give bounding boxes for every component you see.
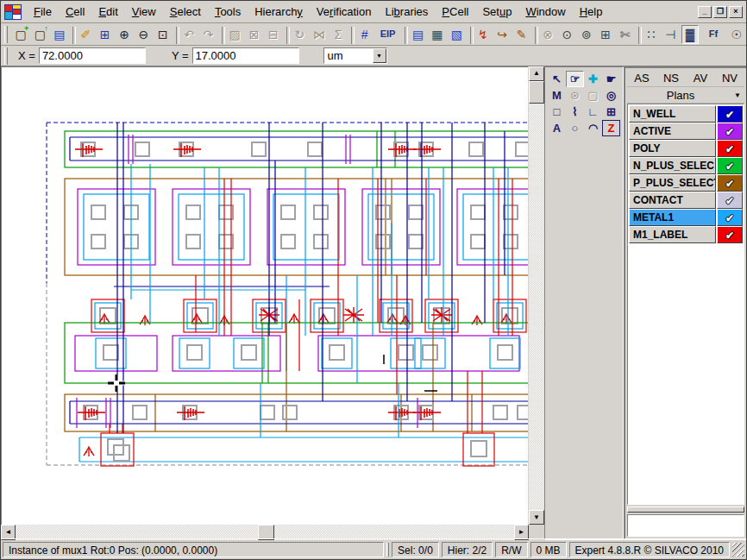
menu-tools[interactable]: Tools bbox=[208, 3, 248, 21]
layer-row-metal1[interactable]: METAL1 ✔ bbox=[629, 209, 743, 226]
fill-pattern-button[interactable]: ▨ bbox=[226, 25, 243, 44]
menu-pcell[interactable]: PCell bbox=[435, 3, 475, 21]
report-button[interactable]: ▤ bbox=[409, 25, 426, 44]
layer-col-av[interactable]: AV bbox=[686, 72, 715, 85]
new-cell-button[interactable]: ▢ + bbox=[12, 25, 29, 44]
menu-edit[interactable]: Edit bbox=[91, 3, 124, 21]
layer-visibility-swatch[interactable]: ✔ bbox=[717, 209, 743, 226]
layer-row-contact[interactable]: CONTACT ✔ bbox=[629, 192, 743, 209]
layout-canvas[interactable] bbox=[1, 66, 528, 525]
draw-edit-button[interactable]: ✎ bbox=[512, 25, 530, 44]
menu-select[interactable]: Select bbox=[163, 3, 208, 21]
rotate-button[interactable]: ↻ bbox=[291, 25, 308, 44]
print-button[interactable]: ▦ bbox=[429, 25, 446, 44]
scroll-down-button[interactable]: ▼ bbox=[529, 510, 544, 525]
layer-row-n-plus-select[interactable]: N_PLUS_SELEC ✔ bbox=[629, 157, 743, 174]
vertical-scrollbar[interactable]: ▲ ▼ bbox=[529, 66, 544, 525]
menu-hierarchy[interactable]: Hierarchy bbox=[248, 3, 310, 21]
menu-setup[interactable]: Setup bbox=[475, 3, 518, 21]
layer-visibility-swatch[interactable]: ✔ bbox=[717, 105, 743, 123]
x-coordinate-input[interactable]: 72.0000 bbox=[39, 47, 146, 64]
scroll-up-button[interactable]: ▲ bbox=[529, 66, 544, 81]
font-button[interactable]: Ff bbox=[700, 25, 726, 44]
layer-col-ns[interactable]: NS bbox=[656, 72, 686, 85]
circle-tool[interactable]: ○ bbox=[566, 120, 584, 136]
group-tool[interactable]: ⊛ bbox=[566, 87, 584, 104]
layer-visibility-swatch[interactable]: ✔ bbox=[717, 192, 743, 209]
route-button[interactable]: ↪ bbox=[493, 25, 511, 44]
select-net-tool[interactable]: ☛ bbox=[602, 71, 620, 87]
region-tool[interactable]: ▢ bbox=[584, 87, 602, 104]
cell-instance-tool[interactable]: ⊞ bbox=[602, 104, 620, 120]
layer-visibility-swatch[interactable]: ✔ bbox=[717, 157, 743, 174]
rectangle-tool[interactable]: □ bbox=[548, 104, 566, 120]
plans-dropdown[interactable]: Plans ▼ bbox=[627, 87, 744, 104]
wire-tool[interactable]: ⌇ bbox=[566, 104, 584, 120]
layer-row-active[interactable]: ACTIVE ✔ bbox=[629, 123, 743, 140]
grid-button[interactable]: # bbox=[355, 25, 373, 44]
zoom-area-button[interactable]: ⊡ bbox=[154, 25, 172, 44]
marker-tool[interactable]: M bbox=[548, 87, 566, 104]
layer-row-n-well[interactable]: N_WELL ✔ bbox=[629, 105, 743, 123]
menu-cell[interactable]: Cell bbox=[59, 3, 91, 21]
menu-verification[interactable]: Verification bbox=[310, 3, 379, 21]
mirror-button[interactable]: ⋈ bbox=[311, 25, 328, 44]
redo-button[interactable]: ↷ bbox=[200, 25, 217, 44]
layer-visibility-swatch[interactable]: ✔ bbox=[717, 123, 743, 140]
close-button[interactable]: × bbox=[729, 6, 743, 18]
probe-button[interactable]: ⊙ bbox=[558, 25, 575, 44]
polygon-tool[interactable]: ∟ bbox=[584, 104, 602, 120]
layer-row-poly[interactable]: POLY ✔ bbox=[629, 140, 743, 157]
paste-button[interactable]: ⊟ bbox=[265, 25, 282, 44]
vertical-scroll-thumb[interactable] bbox=[529, 81, 544, 104]
hatch-fill-button[interactable]: ▓ bbox=[681, 25, 699, 44]
flip-button[interactable]: Σ bbox=[330, 25, 347, 44]
cleanup-brush-button[interactable]: ✐ bbox=[77, 25, 94, 44]
minimize-button[interactable]: _ bbox=[698, 6, 712, 18]
layer-row-m1-label[interactable]: M1_LABEL ✔ bbox=[629, 226, 743, 243]
layer-col-as[interactable]: AS bbox=[627, 72, 656, 85]
cut-cells-button[interactable]: ✄ bbox=[616, 25, 633, 44]
rounded-shape-tool[interactable]: ◠ bbox=[584, 120, 602, 136]
fit-window-button[interactable]: ⊞ bbox=[96, 25, 113, 44]
layer-visibility-swatch[interactable]: ✔ bbox=[717, 226, 743, 243]
layer-panel-divider[interactable] bbox=[627, 507, 744, 513]
open-cell-button[interactable]: ▢ ↑ bbox=[31, 25, 48, 44]
menu-view[interactable]: View bbox=[125, 3, 163, 21]
copy-button[interactable]: ⊠ bbox=[245, 25, 262, 44]
cell-windows-button[interactable]: ⊞ bbox=[597, 25, 614, 44]
layer-row-p-plus-select[interactable]: P_PLUS_SELECT ✔ bbox=[629, 174, 743, 192]
eip-button[interactable]: EIP bbox=[375, 25, 401, 44]
unit-dropdown-arrow-icon[interactable]: ▼ bbox=[373, 48, 386, 63]
zoom-in-button[interactable]: ⊕ bbox=[116, 25, 133, 44]
layer-visibility-swatch[interactable]: ✔ bbox=[717, 140, 743, 157]
menu-file[interactable]: File bbox=[27, 3, 59, 21]
pan-hand-tool[interactable]: ☞ bbox=[566, 71, 584, 87]
layer-col-nv[interactable]: NV bbox=[715, 72, 744, 85]
move-tool[interactable]: ✚ bbox=[584, 71, 602, 87]
menu-libraries[interactable]: Libraries bbox=[378, 3, 435, 21]
probe-net-button[interactable]: ⊚ bbox=[578, 25, 595, 44]
undo-button[interactable]: ↶ bbox=[180, 25, 198, 44]
zoom-out-button[interactable]: ⊖ bbox=[135, 25, 152, 44]
menu-window[interactable]: Window bbox=[518, 3, 572, 21]
plans-dropdown-arrow-icon[interactable]: ▼ bbox=[734, 91, 744, 99]
stretch-button[interactable]: ⊣ bbox=[662, 25, 679, 44]
save-button[interactable]: ▤ bbox=[51, 25, 68, 44]
menu-help[interactable]: Help bbox=[573, 3, 610, 21]
connectivity-button[interactable]: ↯ bbox=[474, 25, 492, 44]
layer-visibility-swatch[interactable]: ✔ bbox=[717, 174, 743, 192]
via-tool[interactable]: ◎ bbox=[602, 87, 620, 104]
text-tool[interactable]: A bbox=[548, 120, 566, 136]
toolbar-grip[interactable] bbox=[4, 26, 8, 43]
coordbar-grip[interactable] bbox=[4, 47, 8, 65]
restore-button[interactable]: ❐ bbox=[713, 6, 727, 18]
y-coordinate-input[interactable]: 17.0000 bbox=[192, 47, 299, 64]
unit-select[interactable]: um ▼ bbox=[323, 47, 387, 64]
align-button[interactable]: ∷ bbox=[643, 25, 660, 44]
drc-button[interactable]: ⊗ bbox=[539, 25, 556, 44]
select-tool[interactable]: ↖ bbox=[548, 71, 566, 87]
print-preview-button[interactable]: ▧ bbox=[448, 25, 465, 44]
resize-grip-icon[interactable] bbox=[732, 543, 744, 557]
lamp-button[interactable]: ☉ bbox=[728, 25, 745, 44]
